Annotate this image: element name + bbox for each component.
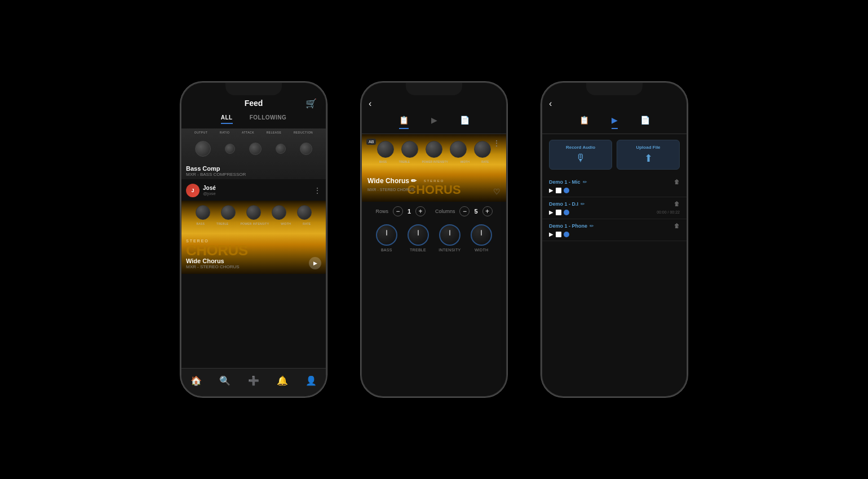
eq-treble-label: TREBLE: [410, 248, 426, 252]
phone-2: ‹ 📋 ▶ 📄 AB ⋮ BASS TREBLE POWER INTENSITY: [361, 82, 507, 397]
cols-minus-button[interactable]: −: [459, 206, 470, 216]
eq-intensity-label: INTENSITY: [439, 248, 460, 252]
demo-1-mic-item: Demo 1 - Mic ✏ 🗑 ▶: [542, 175, 687, 197]
demo-1-phone-stop-icon[interactable]: [556, 232, 561, 237]
record-upload-buttons: Record Audio 🎙 Upload File ⬆: [542, 134, 687, 175]
demo-1-di-name: Demo 1 - D.I: [549, 201, 578, 207]
detail-label-width: WIDTH: [460, 160, 469, 163]
demo-1-phone-record-dot[interactable]: [564, 232, 569, 237]
demo-1-phone-name: Demo 1 - Phone: [549, 223, 587, 229]
demo-1-mic-record-dot[interactable]: [564, 188, 569, 193]
record-audio-label: Record Audio: [566, 145, 595, 150]
chorus-text-area: STEREO CHORUS Wide Chorus MXR - STEREO C…: [181, 225, 326, 274]
rows-plus-button[interactable]: +: [415, 206, 426, 216]
wide-chorus-title: Wide Chorus: [186, 258, 321, 264]
detail-title: Wide Chorus ✏: [367, 177, 417, 185]
feed-tabs: ALL FOLLOWING: [181, 112, 326, 128]
demo-1-mic-header: Demo 1 - Mic ✏ 🗑: [549, 179, 680, 185]
detail-tab-doc[interactable]: 📄: [460, 116, 470, 129]
eq-width-group: WIDTH: [471, 224, 492, 252]
eq-width-label: WIDTH: [475, 248, 488, 252]
detail-label-treble: TREBLE: [399, 160, 410, 163]
demo-1-phone-edit-icon[interactable]: ✏: [590, 223, 594, 229]
detail-tabs: 📋 ▶ 📄: [362, 113, 506, 134]
chorus-big-text: CHORUS: [186, 243, 321, 258]
detail-label-power: POWER INTENSITY: [422, 160, 448, 163]
eq-knob-width[interactable]: [471, 224, 492, 246]
eq-knob-treble[interactable]: [408, 224, 429, 246]
record-audio-button[interactable]: Record Audio 🎙: [549, 140, 612, 170]
controls-section: Rows − 1 + Columns − 5 + BASS: [362, 202, 506, 259]
rows-minus-button[interactable]: −: [393, 206, 403, 216]
record-tab-clip[interactable]: 📋: [579, 116, 589, 129]
demo-1-di-record-dot[interactable]: [564, 210, 569, 215]
demo-1-di-stop-icon[interactable]: [556, 210, 561, 215]
mic-icon: 🎙: [575, 152, 586, 164]
demo-1-mic-stop-icon[interactable]: [556, 188, 561, 193]
chorus-knob-bass: [196, 205, 210, 220]
eq-intensity-group: INTENSITY: [439, 224, 460, 252]
eq-knob-bass[interactable]: [376, 224, 397, 246]
detail-tab-clip[interactable]: 📋: [399, 116, 409, 129]
cart-icon[interactable]: 🛒: [305, 98, 317, 109]
chorus-knob-power: [246, 205, 261, 220]
demo-1-di-edit-icon[interactable]: ✏: [581, 201, 585, 207]
detail-label-rate: RATE: [481, 160, 489, 163]
jose-handle: @jose: [203, 191, 310, 196]
eq-treble-group: TREBLE: [408, 224, 429, 252]
chorus-knob-treble: [221, 205, 236, 220]
demo-1-di-item: Demo 1 - D.I ✏ 🗑 ▶ 00:00 / 00:22: [542, 197, 687, 219]
eq-bass-group: BASS: [376, 224, 397, 252]
nav-home-icon[interactable]: 🏠: [191, 375, 202, 386]
demo-1-phone-delete-icon[interactable]: 🗑: [674, 223, 680, 229]
knob-ratio: [225, 144, 235, 154]
demo-1-phone-play-icon[interactable]: ▶: [549, 231, 553, 237]
jose-username: José: [203, 185, 310, 191]
wide-chorus-card[interactable]: BASS TREBLE POWER INTENSITY WIDTH RATE S…: [181, 201, 326, 274]
bass-comp-labels: OUTPUT RATIO ATTACK RELEASE REDUCTION: [181, 128, 326, 134]
bass-comp-title: Bass Comp: [186, 165, 321, 172]
demo-1-di-delete-icon[interactable]: 🗑: [674, 201, 680, 207]
feed-title: Feed: [245, 99, 263, 108]
cols-value: 5: [474, 208, 477, 215]
nav-profile-icon[interactable]: 👤: [305, 375, 317, 386]
demo-1-di-controls: ▶ 00:00 / 00:22: [549, 209, 680, 215]
phone-3: ‹ 📋 ▶ 📄 Record Audio 🎙 Upload File ⬆ Dem…: [541, 82, 688, 397]
nav-add-icon[interactable]: ➕: [248, 375, 259, 386]
record-tab-doc[interactable]: 📄: [640, 116, 650, 129]
demo-1-mic-delete-icon[interactable]: 🗑: [674, 179, 680, 185]
detail-subtitle: MXR - STEREO CHORUS: [367, 188, 414, 192]
back-button[interactable]: ‹: [369, 99, 371, 109]
demo-1-di-header: Demo 1 - D.I ✏ 🗑: [549, 201, 680, 207]
knob-attack: [249, 143, 262, 155]
chorus-knob-width: [272, 205, 286, 220]
demo-1-phone-header: Demo 1 - Phone ✏ 🗑: [549, 223, 680, 229]
bass-comp-image: OUTPUT RATIO ATTACK RELEASE REDUCTION Ba…: [181, 128, 326, 179]
cols-group: Columns − 5 +: [435, 206, 493, 216]
nav-bell-icon[interactable]: 🔔: [277, 375, 288, 386]
bottom-nav: 🏠 🔍 ➕ 🔔 👤: [181, 368, 326, 396]
cols-plus-button[interactable]: +: [482, 206, 493, 216]
record-back-button[interactable]: ‹: [549, 99, 552, 109]
detail-tab-play[interactable]: ▶: [431, 116, 437, 129]
bass-comp-card[interactable]: OUTPUT RATIO ATTACK RELEASE REDUCTION Ba…: [181, 128, 326, 179]
post-menu-icon[interactable]: ⋮: [313, 186, 321, 195]
bass-comp-knobs: [181, 134, 326, 163]
upload-file-label: Upload File: [636, 145, 660, 150]
bass-comp-subtitle: MXR - BASS COMPRESSOR: [186, 172, 321, 177]
detail-main-image: AB ⋮ BASS TREBLE POWER INTENSITY WIDTH R…: [362, 134, 506, 202]
demo-1-mic-play-icon[interactable]: ▶: [549, 187, 553, 193]
demo-1-di-play-icon[interactable]: ▶: [549, 209, 553, 215]
detail-knob-4: [450, 141, 467, 158]
detail-knob-2: [401, 141, 418, 158]
upload-file-button[interactable]: Upload File ⬆: [617, 140, 680, 170]
heart-icon[interactable]: ♡: [493, 187, 501, 196]
rows-label: Rows: [375, 209, 388, 214]
record-tab-play[interactable]: ▶: [612, 116, 618, 129]
demo-1-mic-edit-icon[interactable]: ✏: [583, 179, 587, 185]
tab-following[interactable]: FOLLOWING: [250, 114, 287, 124]
eq-knob-intensity[interactable]: [439, 224, 460, 246]
tab-all[interactable]: ALL: [221, 114, 233, 124]
nav-search-icon[interactable]: 🔍: [219, 375, 231, 386]
demo-1-mic-name: Demo 1 - Mic: [549, 179, 581, 185]
